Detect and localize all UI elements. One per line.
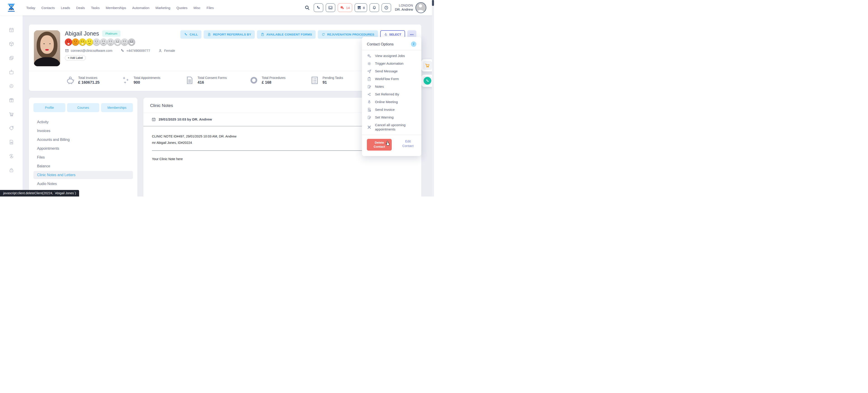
- profile-tab[interactable]: Courses: [67, 103, 99, 112]
- sidebar-icon-button[interactable]: [8, 167, 14, 173]
- floating-cart-widget[interactable]: [421, 59, 434, 71]
- contact-details-row: connect@clinicsoftware.com +447490009777…: [65, 49, 180, 53]
- nav-item[interactable]: Today: [26, 6, 35, 10]
- stat-icon: [249, 75, 258, 85]
- profile-section-item[interactable]: Invoices: [33, 127, 133, 135]
- mood-face[interactable]: [114, 38, 121, 46]
- sidebar-icon-button[interactable]: [8, 111, 14, 117]
- help-button[interactable]: [381, 3, 391, 12]
- menu-item-icon: [367, 100, 372, 104]
- sidebar-icon-button[interactable]: [8, 125, 14, 131]
- mood-face[interactable]: [86, 38, 93, 46]
- search-icon[interactable]: [303, 5, 311, 10]
- menu-item[interactable]: Send Invoice: [362, 106, 421, 114]
- nav-item[interactable]: Automation: [132, 6, 149, 10]
- contact-action-button[interactable]: AVAILABLE CONSENT FORMS: [257, 30, 315, 39]
- contact-action-button[interactable]: REPORT REFERRALS BY: [204, 30, 255, 39]
- hourglass-logo-icon: [6, 3, 16, 13]
- app-window: TodayContactsLeadsDealsTasksMembershipsA…: [0, 0, 434, 196]
- nav-item[interactable]: Tasks: [91, 6, 99, 10]
- nav-item[interactable]: Files: [207, 6, 214, 10]
- stat-item: Total Appointments 900: [121, 75, 185, 85]
- menu-item-icon: [367, 69, 372, 74]
- menu-item[interactable]: Cancel all upcoming appointments: [362, 121, 421, 133]
- nav-item[interactable]: Quotes: [177, 6, 187, 10]
- mood-face[interactable]: [128, 38, 135, 46]
- mood-face[interactable]: [79, 38, 86, 46]
- store-icon: [357, 5, 362, 10]
- stat-icon: [185, 75, 194, 85]
- sidebar-icon-button[interactable]: [8, 139, 14, 145]
- notifications-button[interactable]: [370, 3, 379, 12]
- info-icon[interactable]: i: [411, 41, 416, 47]
- stat-icon: [121, 75, 130, 85]
- detail-text: Female: [164, 49, 175, 53]
- menu-item[interactable]: Set Warning: [362, 114, 421, 121]
- profile-section-item[interactable]: Activity: [33, 118, 133, 126]
- mood-face[interactable]: [65, 38, 72, 46]
- sidebar-icon-button[interactable]: [8, 83, 14, 89]
- user-avatar[interactable]: [415, 2, 426, 13]
- mood-face[interactable]: [100, 38, 107, 46]
- profile-section-item[interactable]: Appointments: [33, 145, 133, 153]
- edit-contact-button[interactable]: Edit Contact: [399, 139, 416, 149]
- menu-item[interactable]: WorkFlow Form: [362, 75, 421, 83]
- stat-label: Total Consent Forms: [197, 76, 227, 80]
- user-info: LONDON DR. Andrew: [395, 4, 413, 12]
- menu-item[interactable]: Send Message: [362, 67, 421, 75]
- menu-item[interactable]: Trigger Automation: [362, 60, 421, 67]
- stat-item: Total Procedures £ 168: [249, 75, 310, 85]
- nav-item[interactable]: Marketing: [156, 6, 170, 10]
- stat-label: Pending Tasks: [322, 76, 343, 80]
- menu-item-icon: [367, 54, 372, 58]
- messages-button[interactable]: 14: [338, 3, 352, 12]
- menu-item[interactable]: Notes: [362, 83, 421, 90]
- header-actions: 14 8 LONDON DR. Andrew: [303, 2, 434, 13]
- mood-face[interactable]: [72, 38, 79, 46]
- inbox-button[interactable]: [326, 3, 335, 12]
- profile-section-item[interactable]: Audio Notes: [33, 180, 133, 188]
- menu-item[interactable]: Online Meeting: [362, 98, 421, 106]
- nav-item[interactable]: Deals: [76, 6, 85, 10]
- phone-icon: [316, 5, 321, 10]
- contact-detail: +447490009777: [121, 49, 150, 53]
- profile-section-item[interactable]: Accounts and Billing: [33, 136, 133, 144]
- store-button[interactable]: 8: [355, 3, 367, 12]
- menu-items: View assigned Jobs Trigger Automation Se…: [362, 50, 421, 135]
- contact-photo[interactable]: [34, 30, 60, 66]
- question-mark-icon: [384, 5, 389, 10]
- profile-section-item[interactable]: Balance: [33, 162, 133, 170]
- menu-item[interactable]: Set Referred By: [362, 90, 421, 98]
- contact-action-button[interactable]: CALL: [180, 30, 202, 39]
- sidebar-icon-button[interactable]: [8, 55, 14, 61]
- dialer-button[interactable]: [314, 3, 323, 12]
- sidebar-icon-button[interactable]: [8, 41, 14, 47]
- mood-face[interactable]: [107, 38, 114, 46]
- menu-item[interactable]: View assigned Jobs: [362, 52, 421, 60]
- nav-item[interactable]: Contacts: [41, 6, 55, 10]
- nav-item[interactable]: Leads: [61, 6, 70, 10]
- clinicsoftware-logo[interactable]: [0, 3, 23, 13]
- profile-section-item[interactable]: Files: [33, 153, 133, 161]
- sidebar-icon-button[interactable]: [8, 97, 14, 103]
- scrollbar-thumb[interactable]: [432, 0, 434, 6]
- sidebar-icon-button[interactable]: [8, 153, 14, 159]
- profile-tab[interactable]: Memberships: [101, 103, 133, 112]
- sidebar-icon-button[interactable]: [8, 27, 14, 33]
- nav-item[interactable]: Misc: [193, 6, 200, 10]
- floating-phone-widget[interactable]: [421, 74, 434, 87]
- profile-section-list: Activity Invoices Accounts and Billing A…: [33, 118, 133, 196]
- icon-sidebar: [0, 16, 23, 196]
- profile-section-item[interactable]: Clinic Notes and Letters: [33, 171, 133, 179]
- main-nav: TodayContactsLeadsDealsTasksMembershipsA…: [26, 6, 214, 10]
- location-label: LONDON: [395, 4, 413, 8]
- nav-item[interactable]: Memberships: [106, 6, 126, 10]
- mood-face[interactable]: [93, 38, 100, 46]
- sidebar-icon-button[interactable]: [8, 69, 14, 75]
- add-label-button[interactable]: + Add Label: [65, 55, 86, 61]
- stat-label: Total Invoices: [78, 76, 100, 80]
- delete-contact-button[interactable]: Delete Contact: [367, 139, 392, 151]
- mood-face[interactable]: [121, 38, 128, 46]
- current-user-label: DR. Andrew: [395, 7, 413, 12]
- profile-tab[interactable]: Profile: [33, 103, 65, 112]
